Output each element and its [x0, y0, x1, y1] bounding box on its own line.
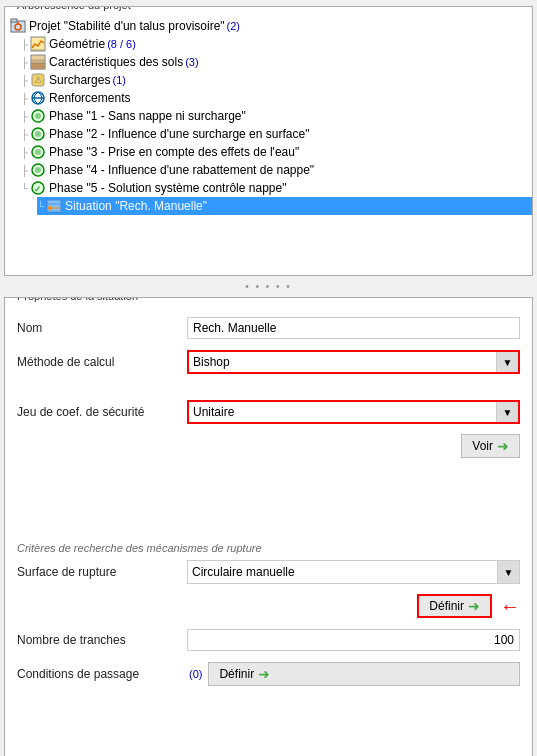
reinf-label: Renforcements [49, 91, 130, 105]
tree-panel: Arborescence du projet Projet "Stabilité… [4, 6, 533, 276]
svg-rect-22 [47, 200, 61, 212]
svg-rect-4 [31, 37, 45, 51]
surface-value: Circulaire manuelle [188, 565, 497, 579]
surface-dropdown-container: Circulaire manuelle ▼ [187, 560, 520, 584]
phase2-label: Phase "2 - Influence d'une surcharge en … [49, 127, 309, 141]
voir-button[interactable]: Voir ➜ [461, 434, 520, 458]
svg-rect-1 [11, 19, 17, 22]
phase3-icon [29, 144, 47, 160]
definir-row: Définir ➜ ← [17, 594, 520, 618]
divider: • • • • • [0, 278, 537, 295]
conditions-label: Conditions de passage [17, 667, 187, 681]
jeu-arrow-icon[interactable]: ▼ [496, 402, 518, 422]
tree-item-phase3[interactable]: ├ Phase "3 - Prise en compte des effets … [21, 143, 532, 161]
definir2-label: Définir [219, 667, 254, 681]
phase3-label: Phase "3 - Prise en compte des effets de… [49, 145, 299, 159]
project-label: Projet "Stabilité d'un talus provisoire" [29, 19, 225, 33]
conditions-container: (0) Définir ➜ [187, 662, 520, 686]
methode-value: Bishop [189, 355, 496, 369]
nom-value-container [187, 317, 520, 339]
surcharges-icon: ⚠ [29, 72, 47, 88]
definir-label: Définir [429, 599, 464, 613]
soils-icon [29, 54, 47, 70]
phase1-label: Phase "1 - Sans nappe ni surcharge" [49, 109, 246, 123]
definir2-button[interactable]: Définir ➜ [208, 662, 520, 686]
tree-item-reinf[interactable]: ├ Renforcements [21, 89, 532, 107]
jeu-dropdown[interactable]: Unitaire ▼ [187, 400, 520, 424]
surface-arrow-icon[interactable]: ▼ [497, 561, 519, 583]
tree-panel-title: Arborescence du projet [13, 6, 135, 11]
voir-container: Voir ➜ [187, 434, 520, 458]
tree-item-phase1[interactable]: ├ Phase "1 - Sans nappe ni surcharge" [21, 107, 532, 125]
tree-item-phase4[interactable]: ├ Phase "4 - Influence d'une rabattement… [21, 161, 532, 179]
conditions-row: Conditions de passage (0) Définir ➜ [17, 662, 520, 686]
situation-label: Situation "Rech. Manuelle" [65, 199, 207, 213]
props-panel-title: Propriétés de la situation [13, 297, 142, 302]
voir-row: Voir ➜ [17, 434, 520, 458]
project-badge: (2) [227, 20, 240, 32]
tree-item-soils[interactable]: ├ Caractéristiques des sols (3) [21, 53, 532, 71]
methode-arrow-icon[interactable]: ▼ [496, 352, 518, 372]
svg-text:✓: ✓ [34, 184, 42, 194]
svg-point-19 [35, 167, 41, 173]
definir2-arrow-icon: ➜ [258, 666, 270, 682]
phase1-icon [29, 108, 47, 124]
nom-label: Nom [17, 321, 187, 335]
jeu-value: Unitaire [189, 405, 496, 419]
situation-icon [45, 198, 63, 214]
red-arrow-indicator: ← [500, 595, 520, 618]
project-icon [9, 18, 27, 34]
tree-item-geo[interactable]: ├ Géométrie (8 / 6) [21, 35, 532, 53]
nb-tranches-row: Nombre de tranches [17, 628, 520, 652]
phase5-icon: ✓ [29, 180, 47, 196]
definir-arrow-icon: ➜ [468, 598, 480, 614]
tree-item-surcharges[interactable]: ├ ⚠ Surcharges (1) [21, 71, 532, 89]
phase4-icon [29, 162, 47, 178]
jeu-dropdown-container: Unitaire ▼ [187, 400, 520, 424]
svg-point-13 [35, 113, 41, 119]
surface-dropdown[interactable]: Circulaire manuelle ▼ [187, 560, 520, 584]
props-panel: Propriétés de la situation Nom Méthode d… [4, 297, 533, 756]
geo-icon [29, 36, 47, 52]
nom-row: Nom [17, 316, 520, 340]
jeu-row: Jeu de coef. de sécurité Unitaire ▼ [17, 400, 520, 424]
surcharges-badge: (1) [112, 74, 125, 86]
definir-button[interactable]: Définir ➜ [417, 594, 492, 618]
reinf-icon [29, 90, 47, 106]
surface-row: Surface de rupture Circulaire manuelle ▼ [17, 560, 520, 584]
svg-point-15 [35, 131, 41, 137]
phase4-label: Phase "4 - Influence d'une rabattement d… [49, 163, 314, 177]
tree-item-situation[interactable]: └ Situation "Rech. Manuelle" [37, 197, 532, 215]
soils-badge: (3) [185, 56, 198, 68]
soils-label: Caractéristiques des sols [49, 55, 183, 69]
geo-label: Géométrie [49, 37, 105, 51]
nb-tranches-input[interactable] [187, 629, 520, 651]
tree-item-project[interactable]: Projet "Stabilité d'un talus provisoire"… [5, 17, 532, 35]
methode-dropdown[interactable]: Bishop ▼ [187, 350, 520, 374]
nb-tranches-container [187, 629, 520, 651]
phase2-icon [29, 126, 47, 142]
definir-container: Définir ➜ ← [187, 594, 520, 618]
methode-row: Méthode de calcul Bishop ▼ [17, 350, 520, 374]
svg-text:⚠: ⚠ [34, 75, 42, 85]
svg-rect-6 [31, 63, 45, 69]
voir-arrow-icon: ➜ [497, 438, 509, 454]
surcharges-label: Surcharges [49, 73, 110, 87]
svg-rect-7 [31, 60, 45, 63]
voir-label: Voir [472, 439, 493, 453]
tree-item-phase2[interactable]: ├ Phase "2 - Influence d'une surcharge e… [21, 125, 532, 143]
geo-badge: (8 / 6) [107, 38, 136, 50]
nom-input[interactable] [187, 317, 520, 339]
conditions-badge: (0) [189, 668, 202, 680]
surface-label: Surface de rupture [17, 565, 187, 579]
jeu-label: Jeu de coef. de sécurité [17, 405, 187, 419]
tree-item-phase5[interactable]: └ ✓ Phase "5 - Solution système contrôle… [21, 179, 532, 197]
criteria-section-label: Critères de recherche des mécanismes de … [17, 542, 520, 554]
svg-point-17 [35, 149, 41, 155]
methode-label: Méthode de calcul [17, 355, 187, 369]
phase5-label: Phase "5 - Solution système contrôle nap… [49, 181, 286, 195]
methode-dropdown-container: Bishop ▼ [187, 350, 520, 374]
nb-tranches-label: Nombre de tranches [17, 633, 187, 647]
